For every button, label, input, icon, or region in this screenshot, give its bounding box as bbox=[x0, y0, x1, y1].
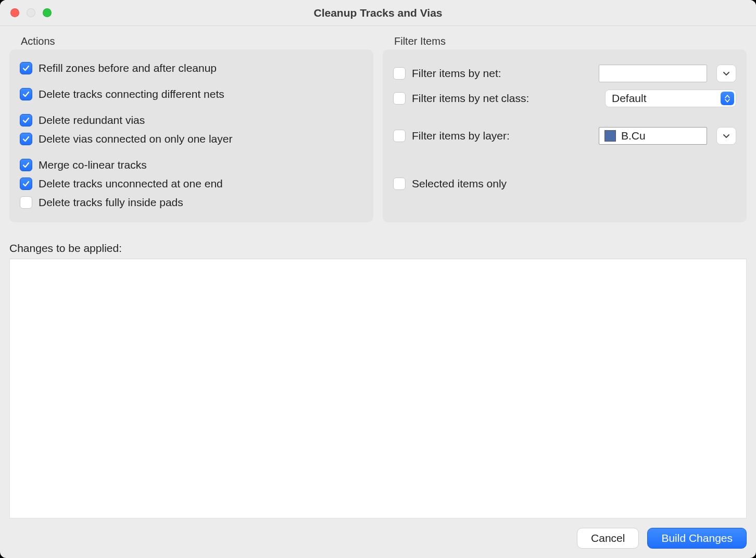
window-title: Cleanup Tracks and Vias bbox=[0, 7, 756, 19]
build-changes-button-label: Build Changes bbox=[661, 532, 733, 544]
checkbox-delete-unconnected[interactable] bbox=[20, 177, 32, 190]
action-row-delete-crossnets[interactable]: Delete tracks connecting different nets bbox=[20, 85, 363, 104]
checkbox-delete-inside-pads[interactable] bbox=[20, 196, 32, 209]
window-close-button[interactable] bbox=[10, 8, 19, 17]
filter-netclass-value: Default bbox=[612, 92, 647, 105]
action-row-merge-colinear[interactable]: Merge co-linear tracks bbox=[20, 156, 363, 174]
filter-net-input[interactable] bbox=[599, 65, 707, 82]
build-changes-button[interactable]: Build Changes bbox=[647, 528, 747, 549]
top-panels: Actions Refill zones before and after cl… bbox=[9, 35, 747, 222]
checkbox-filter-netclass[interactable] bbox=[393, 92, 406, 105]
filter-layer-dropdown-button[interactable] bbox=[716, 127, 736, 145]
action-row-delete-vias-one-layer[interactable]: Delete vias connected on only one layer bbox=[20, 130, 363, 148]
checkbox-delete-crossnets[interactable] bbox=[20, 88, 32, 100]
action-label: Merge co-linear tracks bbox=[39, 159, 147, 171]
filter-net-dropdown-button[interactable] bbox=[716, 65, 736, 82]
filter-label: Filter Items bbox=[383, 35, 747, 47]
layer-swatch-icon bbox=[604, 130, 616, 142]
checkbox-delete-redundant-vias[interactable] bbox=[20, 114, 32, 126]
changes-label: Changes to be applied: bbox=[9, 242, 747, 255]
filter-row-layer: Filter items by layer: B.Cu bbox=[393, 123, 736, 148]
checkbox-refill-zones[interactable] bbox=[20, 62, 32, 74]
action-label: Delete redundant vias bbox=[39, 114, 145, 126]
action-label: Delete vias connected on only one layer bbox=[39, 133, 232, 145]
actions-box: Refill zones before and after cleanup De… bbox=[9, 49, 373, 222]
action-label: Delete tracks connecting different nets bbox=[39, 88, 224, 100]
actions-label: Actions bbox=[9, 35, 373, 47]
filter-layer-value: B.Cu bbox=[621, 130, 646, 142]
actions-group: Actions Refill zones before and after cl… bbox=[9, 35, 373, 222]
titlebar: Cleanup Tracks and Vias bbox=[0, 0, 756, 26]
filter-net-label: Filter items by net: bbox=[412, 67, 501, 80]
selected-only-label: Selected items only bbox=[412, 177, 507, 190]
filter-row-selected-only[interactable]: Selected items only bbox=[393, 171, 736, 196]
select-stepper-icon bbox=[721, 92, 734, 105]
action-label: Delete tracks unconnected at one end bbox=[39, 177, 223, 190]
filter-row-net: Filter items by net: bbox=[393, 61, 736, 86]
checkbox-delete-vias-one-layer[interactable] bbox=[20, 133, 32, 145]
checkbox-selected-only[interactable] bbox=[393, 177, 406, 190]
filter-netclass-select[interactable]: Default bbox=[605, 90, 736, 107]
cancel-button-label: Cancel bbox=[591, 532, 625, 544]
filter-row-netclass: Filter items by net class: Default bbox=[393, 86, 736, 111]
action-row-delete-inside-pads[interactable]: Delete tracks fully inside pads bbox=[20, 193, 363, 212]
button-row: Cancel Build Changes bbox=[9, 518, 747, 549]
cancel-button[interactable]: Cancel bbox=[577, 528, 639, 549]
checkbox-filter-layer[interactable] bbox=[393, 130, 406, 142]
action-row-delete-unconnected[interactable]: Delete tracks unconnected at one end bbox=[20, 174, 363, 193]
dialog-window: Cleanup Tracks and Vias Actions Refill z… bbox=[0, 0, 756, 558]
window-zoom-button[interactable] bbox=[43, 8, 52, 17]
filter-box: Filter items by net: Filter items by net… bbox=[383, 49, 747, 222]
filter-group: Filter Items Filter items by net: Filte bbox=[383, 35, 747, 222]
window-minimize-button bbox=[27, 8, 35, 17]
action-label: Refill zones before and after cleanup bbox=[39, 62, 217, 74]
checkbox-merge-colinear[interactable] bbox=[20, 159, 32, 171]
dialog-content: Actions Refill zones before and after cl… bbox=[0, 26, 756, 558]
action-row-delete-redundant-vias[interactable]: Delete redundant vias bbox=[20, 111, 363, 130]
filter-layer-combo[interactable]: B.Cu bbox=[599, 127, 707, 145]
action-label: Delete tracks fully inside pads bbox=[39, 196, 183, 209]
chevron-down-icon bbox=[723, 70, 730, 77]
filter-layer-label: Filter items by layer: bbox=[412, 130, 510, 142]
traffic-lights bbox=[0, 8, 52, 17]
action-row-refill-zones[interactable]: Refill zones before and after cleanup bbox=[20, 59, 363, 78]
checkbox-filter-net[interactable] bbox=[393, 67, 406, 80]
changes-list[interactable] bbox=[9, 259, 747, 518]
filter-netclass-label: Filter items by net class: bbox=[412, 92, 529, 105]
chevron-down-icon bbox=[723, 132, 730, 140]
